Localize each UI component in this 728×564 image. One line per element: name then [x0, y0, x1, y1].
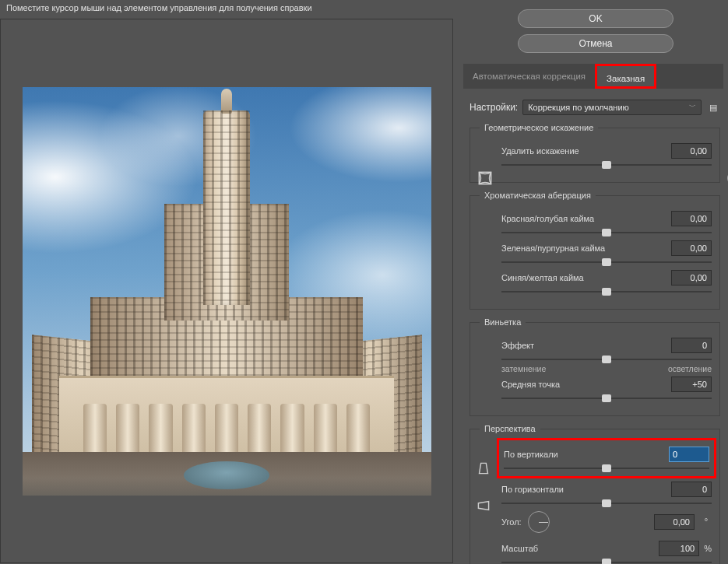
- angle-label: Угол:: [501, 517, 522, 527]
- tab-custom[interactable]: Заказная: [595, 64, 656, 89]
- vignette-mid-input[interactable]: [671, 377, 712, 392]
- preview-area: [0, 19, 453, 563]
- scale-percent: %: [704, 544, 712, 553]
- blue-yellow-label: Синяя/желтая кайма: [501, 273, 671, 282]
- persp-horz-input[interactable]: [671, 482, 712, 497]
- vignette-dark-label: затемнение: [501, 364, 546, 373]
- red-cyan-label: Красная/голубая кайма: [501, 214, 671, 223]
- preview-image[interactable]: [23, 87, 431, 496]
- tab-auto[interactable]: Автоматическая коррекция: [463, 64, 595, 89]
- group-vignette: Виньетка Эффект затемнение осветление Ср…: [470, 317, 720, 416]
- persp-vert-input[interactable]: [669, 447, 709, 462]
- settings-label: Настройки:: [470, 102, 518, 113]
- group-chromatic: Хроматическая аберрация Красная/голубая …: [470, 191, 720, 310]
- angle-input[interactable]: [654, 514, 695, 530]
- scale-input[interactable]: [659, 541, 699, 556]
- persp-horz-slider[interactable]: [501, 499, 712, 508]
- help-hint: Поместите курсор мыши над элементом упра…: [6, 3, 312, 12]
- vignette-mid-label: Средняя точка: [501, 380, 671, 389]
- vignette-effect-slider[interactable]: [501, 355, 712, 364]
- vignette-effect-input[interactable]: [671, 338, 712, 353]
- red-cyan-input[interactable]: [671, 211, 712, 226]
- blue-yellow-input[interactable]: [671, 270, 712, 286]
- ok-button[interactable]: OK: [518, 9, 673, 28]
- cancel-button[interactable]: Отмена: [518, 34, 673, 53]
- persp-horz-left-icon[interactable]: [475, 497, 492, 514]
- persp-vert-label: По вертикали: [504, 450, 669, 459]
- persp-vert-slider[interactable]: [504, 464, 709, 473]
- remove-distortion-label: Удалить искажение: [501, 146, 671, 156]
- panel-menu-icon[interactable]: ▤: [706, 103, 720, 113]
- green-magenta-slider[interactable]: [501, 257, 712, 267]
- green-magenta-label: Зеленая/пурпурная кайма: [501, 243, 671, 253]
- legend-perspective: Перспектива: [480, 424, 540, 433]
- tab-bar: Автоматическая коррекция Заказная: [463, 64, 723, 89]
- legend-geometric: Геометрическое искажение: [480, 123, 598, 132]
- vignette-light-label: осветление: [668, 364, 712, 373]
- group-perspective: Перспектива По вертикали По горизонтали: [470, 424, 720, 564]
- vignette-effect-label: Эффект: [501, 341, 671, 350]
- remove-distortion-input[interactable]: [671, 143, 712, 159]
- legend-chromatic: Хроматическая аберрация: [480, 191, 596, 200]
- barrel-icon[interactable]: [477, 170, 494, 187]
- angle-degree-icon: °: [701, 517, 712, 527]
- persp-horz-label: По горизонтали: [501, 485, 671, 494]
- angle-dial[interactable]: [528, 511, 550, 533]
- vertical-highlight: По вертикали: [497, 438, 716, 478]
- group-geometric: Геометрическое искажение Удалить искажен…: [470, 123, 720, 183]
- lens-correction-dialog: Поместите курсор мыши над элементом упра…: [0, 0, 728, 564]
- scale-label: Масштаб: [501, 544, 659, 553]
- green-magenta-input[interactable]: [671, 240, 712, 256]
- persp-vert-up-icon[interactable]: [475, 460, 492, 477]
- scale-slider[interactable]: [501, 558, 712, 564]
- remove-distortion-slider[interactable]: [501, 160, 712, 170]
- vignette-mid-slider[interactable]: [501, 394, 712, 403]
- red-cyan-slider[interactable]: [501, 228, 712, 237]
- legend-vignette: Виньетка: [480, 317, 526, 327]
- controls-panel: OK Отмена Автоматическая коррекция Заказ…: [463, 0, 728, 564]
- blue-yellow-slider[interactable]: [501, 287, 712, 296]
- settings-dropdown[interactable]: Коррекция по умолчанию: [522, 100, 702, 115]
